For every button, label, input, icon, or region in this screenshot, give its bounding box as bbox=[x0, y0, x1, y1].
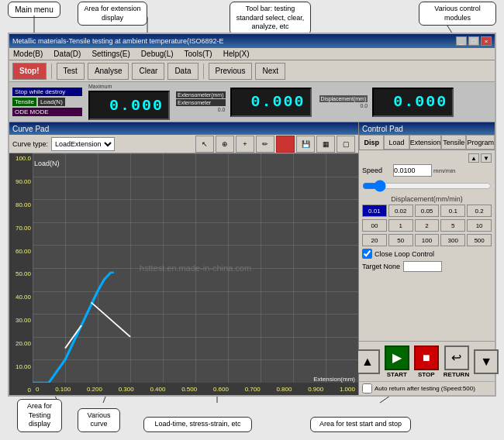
save-chart-btn[interactable]: 💾 bbox=[296, 136, 315, 153]
target-input[interactable] bbox=[403, 261, 442, 272]
preset-2[interactable]: 2 bbox=[415, 219, 440, 232]
preset-5[interactable]: 5 bbox=[440, 219, 465, 232]
preset-300[interactable]: 300 bbox=[440, 234, 465, 246]
disp-label: Displacement(mm) bbox=[319, 95, 368, 102]
minimize-button[interactable]: _ bbox=[456, 36, 467, 46]
displacement-section-label: Displacement(mm/min) bbox=[362, 195, 492, 203]
control-panel-title: Control Pad bbox=[359, 122, 495, 135]
status-label-tensile: Tensile bbox=[12, 98, 36, 106]
preset-grid-1: 0.01 0.02 0.05 0.1 0.2 bbox=[362, 205, 492, 217]
x-label-5: 0.500 bbox=[181, 386, 197, 393]
speed-slider[interactable] bbox=[362, 180, 492, 191]
speed-unit: mm/min bbox=[433, 167, 455, 174]
stop-button[interactable]: Stop! bbox=[12, 63, 47, 80]
annotation-test-start-stop: Area for test start and stop bbox=[310, 417, 411, 432]
annotation-testing-display: Area for Testing display bbox=[17, 399, 62, 432]
return-button[interactable]: ↩ RETURN bbox=[444, 345, 469, 378]
preset-0.2[interactable]: 0.2 bbox=[467, 205, 492, 217]
data-button[interactable]: Data bbox=[167, 63, 198, 80]
y-label-0: 100.0 bbox=[9, 155, 33, 162]
curve-chart: 100.0 90.00 80.00 70.00 60.00 50.00 40.0… bbox=[9, 153, 358, 395]
curve-panel: Curve Pad Curve type: LoadExtension ↖ ⊕ … bbox=[9, 122, 359, 395]
auto-return-checkbox[interactable] bbox=[362, 383, 372, 394]
tab-disp[interactable]: Disp bbox=[359, 135, 384, 150]
maximize-button[interactable]: □ bbox=[468, 36, 479, 46]
preset-10[interactable]: 10 bbox=[467, 219, 492, 232]
speed-input[interactable] bbox=[393, 164, 432, 177]
test-button[interactable]: Test bbox=[57, 63, 85, 80]
window-title: Metallic materials-Tensile testing at am… bbox=[12, 37, 224, 45]
down-button[interactable]: ▼ bbox=[474, 349, 499, 374]
y-label-4: 60.00 bbox=[9, 248, 33, 255]
close-loop-label: Close Loop Control bbox=[375, 250, 434, 258]
title-bar: Metallic materials-Tensile testing at am… bbox=[9, 34, 495, 48]
preset-0.01[interactable]: 0.01 bbox=[362, 205, 387, 217]
color-tool[interactable] bbox=[276, 136, 295, 153]
start-icon: ▶ bbox=[385, 345, 409, 370]
cursor-tool[interactable]: ↖ bbox=[195, 136, 214, 153]
menu-item-data[interactable]: Data(D) bbox=[51, 50, 83, 58]
y-label-8: 20.00 bbox=[9, 340, 33, 347]
preset-20[interactable]: 20 bbox=[362, 234, 387, 246]
bottom-buttons: ▲ ▶ START ■ STOP ↩ RETURN ▼ bbox=[359, 341, 495, 381]
preset-0.1[interactable]: 0.1 bbox=[440, 205, 465, 217]
pencil-tool[interactable]: ✏ bbox=[256, 136, 274, 153]
auto-return-row: Auto return after testing (Speed:500) bbox=[359, 381, 495, 395]
analyse-button[interactable]: Analyse bbox=[88, 63, 129, 80]
curve-type-select[interactable]: LoadExtension bbox=[51, 137, 115, 151]
close-button[interactable]: × bbox=[481, 36, 492, 46]
chart-option2[interactable]: ▢ bbox=[337, 136, 355, 153]
status-label-ode: ODE MODE bbox=[12, 108, 82, 116]
next-button[interactable]: Next bbox=[255, 63, 285, 80]
y-axis-labels: 100.0 90.00 80.00 70.00 60.00 50.00 40.0… bbox=[9, 153, 33, 395]
menu-item-help[interactable]: Help(X) bbox=[221, 50, 252, 58]
x-label-3: 0.300 bbox=[119, 386, 134, 393]
x-axis-labels: 0 0.100 0.200 0.300 0.400 0.500 0.600 0.… bbox=[33, 383, 358, 395]
preset-0.05[interactable]: 0.05 bbox=[415, 205, 440, 217]
close-loop-checkbox[interactable] bbox=[362, 249, 372, 259]
tab-extension[interactable]: Extension bbox=[409, 135, 442, 150]
menu-item-settings[interactable]: Settings(E) bbox=[89, 50, 132, 58]
start-button[interactable]: ▶ START bbox=[385, 345, 409, 378]
preset-100[interactable]: 100 bbox=[415, 234, 440, 246]
x-label-4: 0.400 bbox=[150, 386, 165, 393]
scroll-up-btn[interactable]: ▲ bbox=[468, 153, 479, 163]
previous-button[interactable]: Previous bbox=[209, 63, 253, 80]
preset-500[interactable]: 500 bbox=[467, 234, 492, 246]
menu-item-mode[interactable]: Mode(B) bbox=[11, 50, 45, 58]
tab-tensile[interactable]: Tensile bbox=[441, 135, 466, 150]
preset-00[interactable]: 00 bbox=[362, 219, 387, 232]
annotation-toolbar: Tool bar: testing standard select, clear… bbox=[230, 2, 311, 35]
menu-item-debug[interactable]: Debug(L) bbox=[139, 50, 176, 58]
status-label-stop: Stop while destroy bbox=[12, 88, 82, 96]
zoom-in-tool[interactable]: + bbox=[236, 136, 254, 153]
scroll-down-btn[interactable]: ▼ bbox=[481, 153, 492, 163]
annotation-main-menu: Main menu bbox=[8, 2, 60, 18]
ext-label2: Extensometer bbox=[176, 99, 226, 106]
tab-load[interactable]: Load bbox=[384, 135, 409, 150]
preset-50[interactable]: 50 bbox=[388, 234, 413, 246]
preset-grid-3: 20 50 100 300 500 bbox=[362, 234, 492, 246]
y-label-2: 80.00 bbox=[9, 201, 33, 208]
preset-0.02[interactable]: 0.02 bbox=[388, 205, 413, 217]
y-label-3: 70.00 bbox=[9, 225, 33, 232]
clear-button[interactable]: Clear bbox=[132, 63, 164, 80]
zoom-tool[interactable]: ⊕ bbox=[216, 136, 234, 153]
x-label-8: 0.800 bbox=[276, 386, 292, 393]
chart-option1[interactable]: ▦ bbox=[316, 136, 335, 153]
target-row: Target None bbox=[362, 261, 492, 272]
up-button[interactable]: ▲ bbox=[355, 349, 380, 374]
app-window: Metallic materials-Tensile testing at am… bbox=[8, 33, 496, 397]
curve-type-label: Curve type: bbox=[12, 140, 48, 148]
preset-grid-2: 00 1 2 5 10 bbox=[362, 219, 492, 232]
stop-action-button[interactable]: ■ STOP bbox=[414, 345, 439, 378]
toolbar-separator-2 bbox=[203, 64, 204, 79]
menu-item-tools[interactable]: Tools(T) bbox=[182, 50, 215, 58]
annotation-various-curve: Various curve bbox=[78, 408, 120, 432]
preset-1[interactable]: 1 bbox=[388, 219, 413, 232]
tab-program[interactable]: Program bbox=[466, 135, 495, 150]
chart-x-axis-label: Extension(mm) bbox=[313, 376, 355, 383]
menu-bar: Mode(B) Data(D) Settings(E) Debug(L) Too… bbox=[9, 48, 495, 60]
x-label-2: 0.200 bbox=[87, 386, 102, 393]
y-label-5: 50.00 bbox=[9, 270, 33, 277]
